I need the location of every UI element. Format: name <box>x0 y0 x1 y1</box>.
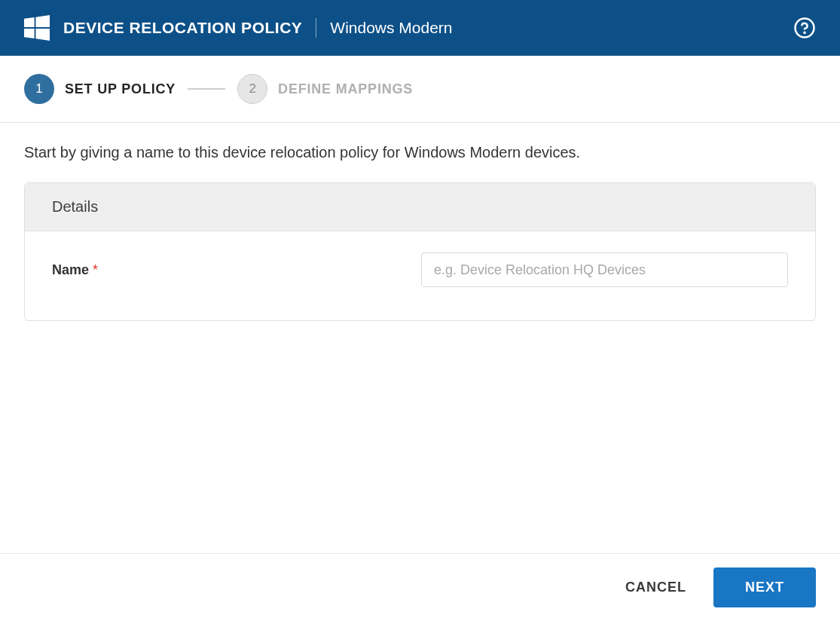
name-input[interactable] <box>421 252 788 287</box>
windows-icon <box>24 15 50 41</box>
header-divider <box>316 18 316 38</box>
step-1-circle: 1 <box>24 74 54 104</box>
footer-bar: CANCEL NEXT <box>0 553 840 621</box>
step-1-label: SET UP POLICY <box>65 81 176 97</box>
next-button[interactable]: NEXT <box>713 567 816 607</box>
header-left: DEVICE RELOCATION POLICY Windows Modern <box>24 15 453 41</box>
step-2[interactable]: 2 DEFINE MAPPINGS <box>237 74 413 104</box>
help-icon[interactable] <box>793 17 816 39</box>
step-2-label: DEFINE MAPPINGS <box>278 81 413 97</box>
cancel-button[interactable]: CANCEL <box>621 572 691 603</box>
svg-point-1 <box>804 32 805 33</box>
name-label-text: Name <box>52 262 89 277</box>
page-header: DEVICE RELOCATION POLICY Windows Modern <box>0 0 840 56</box>
stepper: 1 SET UP POLICY 2 DEFINE MAPPINGS <box>0 56 840 123</box>
content-area: Start by giving a name to this device re… <box>0 123 840 342</box>
required-indicator: * <box>93 262 98 277</box>
card-body: Name * <box>25 231 815 320</box>
intro-text: Start by giving a name to this device re… <box>24 144 816 161</box>
card-header: Details <box>25 183 815 231</box>
header-title: DEVICE RELOCATION POLICY <box>63 19 302 37</box>
details-card: Details Name * <box>24 182 816 321</box>
header-subtitle: Windows Modern <box>330 19 452 37</box>
step-2-circle: 2 <box>237 74 267 104</box>
name-label: Name * <box>52 262 421 278</box>
step-connector <box>188 88 225 90</box>
step-1[interactable]: 1 SET UP POLICY <box>24 74 176 104</box>
